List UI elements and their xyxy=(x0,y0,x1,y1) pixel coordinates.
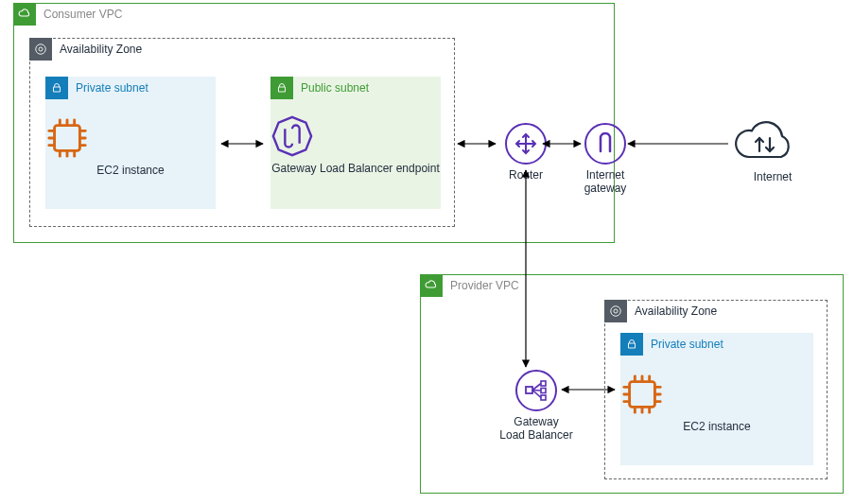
glb-endpoint: Gateway Load Balancer endpoint xyxy=(270,114,441,175)
provider-az-header: Availability Zone xyxy=(604,300,717,322)
svg-point-1 xyxy=(39,47,43,51)
svg-line-39 xyxy=(532,384,541,391)
svg-rect-37 xyxy=(541,389,546,393)
provider-vpc-header: Provider VPC xyxy=(420,274,519,297)
internet-cloud-icon xyxy=(730,115,815,166)
consumer-public-subnet-title: Public subnet xyxy=(293,81,369,95)
ec2-instance-icon xyxy=(45,116,216,160)
ec2-instance-icon xyxy=(620,373,813,416)
provider-private-subnet: Private subnet EC2 instance xyxy=(620,333,813,465)
provider-az-title: Availability Zone xyxy=(627,304,717,318)
provider-private-subnet-title: Private subnet xyxy=(643,338,723,351)
availability-zone-icon xyxy=(29,38,52,61)
svg-rect-38 xyxy=(541,395,546,400)
consumer-az-title: Availability Zone xyxy=(52,43,142,56)
router: Router xyxy=(497,123,554,182)
svg-marker-15 xyxy=(273,117,311,155)
consumer-az: Availability Zone Private subnet xyxy=(29,38,455,227)
glb-endpoint-label: Gateway Load Balancer endpoint xyxy=(271,162,439,175)
svg-point-20 xyxy=(611,306,621,317)
internet-gateway: Internet gateway xyxy=(572,123,638,195)
provider-ec2-instance: EC2 instance xyxy=(620,373,813,433)
gateway-load-balancer-endpoint-icon xyxy=(270,114,441,158)
consumer-az-header: Availability Zone xyxy=(29,38,142,61)
provider-ec2-label: EC2 instance xyxy=(683,420,750,433)
vpc-icon xyxy=(13,3,36,26)
svg-point-21 xyxy=(614,309,618,313)
consumer-vpc-title: Consumer VPC xyxy=(36,8,122,21)
svg-rect-35 xyxy=(526,387,532,393)
router-icon xyxy=(505,123,547,165)
provider-vpc-title: Provider VPC xyxy=(443,279,519,292)
availability-zone-icon xyxy=(604,300,627,322)
svg-rect-36 xyxy=(541,381,546,386)
gateway-load-balancer: Gateway Load Balancer xyxy=(491,370,582,442)
internet: Internet xyxy=(730,115,815,183)
provider-private-subnet-header: Private subnet xyxy=(620,333,723,356)
lock-icon xyxy=(620,333,643,356)
consumer-vpc-header: Consumer VPC xyxy=(13,3,122,26)
igw-label: Internet gateway xyxy=(584,168,627,195)
internet-label: Internet xyxy=(754,170,793,183)
lock-icon xyxy=(270,77,293,99)
internet-gateway-icon xyxy=(584,123,626,165)
consumer-ec2-label: EC2 instance xyxy=(96,164,164,177)
svg-rect-22 xyxy=(630,382,655,408)
glb-label: Gateway Load Balancer xyxy=(499,415,572,442)
svg-point-0 xyxy=(36,44,46,55)
vpc-icon xyxy=(420,274,443,297)
consumer-private-subnet-title: Private subnet xyxy=(68,81,148,95)
gateway-load-balancer-icon xyxy=(515,370,557,411)
consumer-ec2-instance: EC2 instance xyxy=(45,116,216,177)
provider-az: Availability Zone Private subnet xyxy=(604,300,828,479)
provider-vpc: Provider VPC Availability Zone Private s… xyxy=(420,274,844,494)
consumer-private-subnet: Private subnet EC2 instance xyxy=(45,77,216,209)
consumer-public-subnet-header: Public subnet xyxy=(270,77,369,99)
router-label: Router xyxy=(509,168,543,182)
consumer-public-subnet: Public subnet Gateway Load Balancer endp… xyxy=(270,77,441,209)
lock-icon xyxy=(45,77,68,99)
consumer-private-subnet-header: Private subnet xyxy=(45,77,148,99)
svg-rect-2 xyxy=(55,126,80,151)
